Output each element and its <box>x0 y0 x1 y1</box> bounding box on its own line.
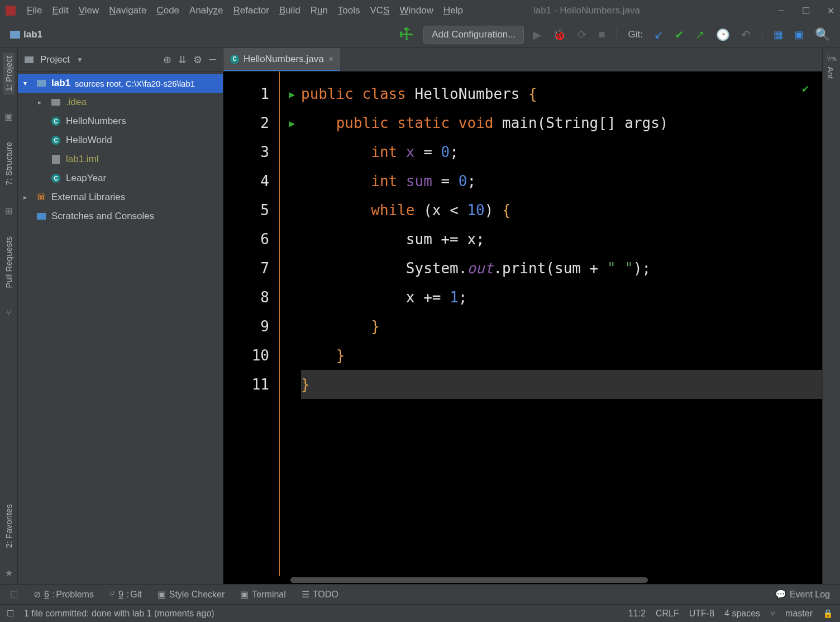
git-commit-icon[interactable]: ✔ <box>675 28 684 41</box>
chevron-down-icon[interactable]: ▾ <box>23 79 31 87</box>
inspection-ok-icon[interactable]: ✔ <box>802 82 809 95</box>
tree-idea-folder[interactable]: ▸ .idea <box>18 93 223 112</box>
tool-project-icon[interactable]: ▣ <box>4 111 13 122</box>
history-icon[interactable]: 🕑 <box>716 28 730 41</box>
menu-build[interactable]: Build <box>279 5 300 16</box>
dropdown-icon[interactable]: ▼ <box>77 56 83 64</box>
window-controls: ─ ☐ ✕ <box>777 7 834 15</box>
java-class-icon: C <box>51 136 60 145</box>
minimize-button[interactable]: ─ <box>777 7 785 15</box>
main-menu: File Edit View Navigate Code Analyze Ref… <box>27 5 463 16</box>
tree-external-libs[interactable]: ▸ 🏛 External Libraries <box>18 188 223 207</box>
tool-style-checker[interactable]: ▣Style Checker <box>157 589 225 600</box>
indent[interactable]: 4 spaces <box>724 609 760 619</box>
git-push-icon[interactable]: ↗ <box>695 28 705 41</box>
maximize-button[interactable]: ☐ <box>802 7 810 15</box>
scrollbar-thumb[interactable] <box>290 577 648 583</box>
git-branch[interactable]: master <box>785 609 813 619</box>
line-ending[interactable]: CRLF <box>656 609 679 619</box>
tree-root[interactable]: ▾ lab1 sources root, C:\X\fa20-s26\lab1 <box>18 74 223 93</box>
git-branch-icon: ⑂ <box>770 609 775 618</box>
rollback-icon[interactable]: ↶ <box>741 28 751 41</box>
menu-run[interactable]: Run <box>311 5 328 16</box>
breadcrumb[interactable]: lab1 <box>23 29 42 40</box>
menu-analyze[interactable]: Analyze <box>189 5 223 16</box>
menu-window[interactable]: Window <box>400 5 433 16</box>
menu-navigate[interactable]: Navigate <box>109 5 146 16</box>
menu-vcs[interactable]: VCS <box>370 5 390 16</box>
tree-scratches[interactable]: Scratches and Consoles <box>18 207 223 226</box>
tool-problems[interactable]: ⊘6: Problems <box>34 589 94 600</box>
lock-icon[interactable]: 🔒 <box>823 609 833 619</box>
close-tab-icon[interactable]: × <box>328 54 333 64</box>
statusbar: ☐ 1 file committed: done with lab 1 (mom… <box>0 604 840 622</box>
collapse-icon[interactable]: ⇊ <box>178 54 187 66</box>
run-config-button[interactable]: Add Configuration... <box>423 26 524 44</box>
git-icon: ⑂ <box>109 590 115 600</box>
tool-terminal[interactable]: ▣Terminal <box>240 589 285 600</box>
star-icon[interactable]: ★ <box>5 568 13 578</box>
tree-file-helloworld[interactable]: C HelloWorld <box>18 131 223 150</box>
gutter: 1▶2▶34567891011 <box>223 72 279 584</box>
close-button[interactable]: ✕ <box>827 7 834 15</box>
module-icon <box>37 80 46 87</box>
ant-icon[interactable]: 🐜 <box>823 53 840 63</box>
tree-file-hellonumbers[interactable]: C HelloNumbers <box>18 112 223 131</box>
tree-file-iml[interactable]: lab1.iml <box>18 150 223 169</box>
tree-file-leapyear[interactable]: C LeapYear <box>18 169 223 188</box>
layout-icon[interactable]: ☐ <box>7 609 14 619</box>
menu-file[interactable]: File <box>27 5 42 16</box>
git-branch-icon[interactable]: ⑂ <box>6 308 12 318</box>
menu-refactor[interactable]: Refactor <box>233 5 269 16</box>
checker-icon: ▣ <box>157 589 166 600</box>
window-icon[interactable]: ☐ <box>10 589 18 600</box>
event-log[interactable]: 💬Event Log <box>775 589 830 600</box>
menu-help[interactable]: Help <box>443 5 463 16</box>
debug-icon[interactable]: 🐞 <box>552 28 566 41</box>
status-message: 1 file committed: done with lab 1 (momen… <box>24 609 214 619</box>
menu-view[interactable]: View <box>79 5 99 16</box>
menu-code[interactable]: Code <box>156 5 179 16</box>
folder-icon <box>10 31 20 39</box>
stop-icon[interactable]: ■ <box>598 28 605 41</box>
tool-structure-icon[interactable]: ⊞ <box>5 206 12 216</box>
left-tool-strip: 1: Project ▣ 7: Structure ⊞ Pull Request… <box>0 48 18 584</box>
app-logo-icon <box>6 6 16 16</box>
tool-todo[interactable]: ☰TODO <box>302 589 338 600</box>
editor-tabs: C HelloNumbers.java × <box>223 48 822 72</box>
menu-edit[interactable]: Edit <box>52 5 68 16</box>
java-class-icon: C <box>51 174 60 183</box>
tab-hellonumbers[interactable]: C HelloNumbers.java × <box>223 48 340 71</box>
chevron-right-icon[interactable]: ▸ <box>38 98 46 106</box>
right-tool-strip: 🐜 Ant <box>822 48 840 584</box>
tool-ant[interactable]: Ant <box>823 63 839 83</box>
tool-pull-requests[interactable]: Pull Requests <box>3 233 15 292</box>
project-structure-icon[interactable]: ▦ <box>774 29 783 41</box>
code-editor[interactable]: 1▶2▶34567891011 ✔ public class HelloNumb… <box>223 72 822 584</box>
run-anything-icon[interactable]: ▣ <box>794 29 804 41</box>
run-icon[interactable]: ▶ <box>533 28 541 41</box>
git-pull-icon[interactable]: ↙ <box>654 28 664 41</box>
build-icon[interactable]: ⚒ <box>395 23 418 46</box>
code-body[interactable]: ✔ public class HelloNumbers { public sta… <box>291 72 822 584</box>
locate-icon[interactable]: ⊕ <box>163 54 171 66</box>
gear-icon[interactable]: ⚙ <box>193 54 202 66</box>
encoding[interactable]: UTF-8 <box>689 609 714 619</box>
folder-icon <box>25 56 34 63</box>
tool-git[interactable]: ⑂9: Git <box>109 590 142 600</box>
tool-project[interactable]: 1: Project <box>3 53 15 94</box>
menu-tools[interactable]: Tools <box>338 5 360 16</box>
chevron-right-icon[interactable]: ▸ <box>23 193 31 201</box>
coverage-icon[interactable]: ⟳ <box>578 28 587 41</box>
horizontal-scrollbar[interactable] <box>279 576 822 584</box>
cursor-position[interactable]: 11:2 <box>628 609 646 619</box>
todo-icon: ☰ <box>302 589 309 600</box>
tool-favorites[interactable]: 2: Favorites <box>3 501 15 551</box>
hide-icon[interactable]: ─ <box>209 54 216 65</box>
tool-structure[interactable]: 7: Structure <box>3 139 15 189</box>
warning-icon: ⊘ <box>34 589 41 600</box>
project-panel-title[interactable]: Project <box>40 54 70 65</box>
project-panel-header: Project ▼ ⊕ ⇊ ⚙ ─ <box>18 48 223 72</box>
iml-icon <box>52 155 60 164</box>
search-icon[interactable]: 🔍 <box>815 27 830 42</box>
